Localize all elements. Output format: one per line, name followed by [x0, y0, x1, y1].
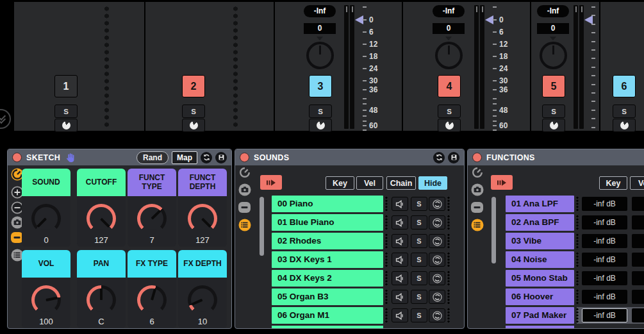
macro-knob[interactable]	[188, 285, 217, 315]
solo-button[interactable]: S	[309, 104, 332, 118]
save-preset-icon[interactable]	[448, 152, 459, 163]
chain-row-name[interactable]: 05 Organ B3	[272, 288, 383, 305]
track-activator-button[interactable]: 2	[182, 75, 205, 97]
chain-mute-button[interactable]	[392, 290, 408, 304]
chain-mute-button[interactable]	[392, 215, 408, 230]
chain-row-name[interactable]: 06 Organ M1	[272, 307, 383, 324]
cue-button[interactable]	[54, 119, 78, 132]
rand-button[interactable]: Rand	[136, 151, 169, 164]
sidebar-variations-camera-icon[interactable]	[238, 183, 251, 196]
chain-row-name[interactable]: 04 DX Keys 2	[272, 270, 383, 287]
chain-pan-box[interactable]	[632, 197, 644, 211]
chain-mute-button[interactable]	[392, 308, 408, 322]
solo-button[interactable]: S	[542, 104, 565, 118]
chain-solo-button[interactable]: S	[411, 308, 427, 322]
chain-row-name[interactable]: 06 Hoover	[506, 288, 574, 305]
track-activator-button[interactable]: 4	[438, 75, 461, 97]
chain-volume-box[interactable]: -inf dB	[582, 253, 627, 267]
chain-row-name[interactable]: 05 Mono Stab	[506, 270, 574, 287]
macro-knob[interactable]	[137, 204, 167, 233]
macro-knob[interactable]	[137, 285, 167, 315]
track-value-box[interactable]: 0	[537, 23, 569, 34]
sidebar-macro-knob-icon[interactable]	[470, 165, 484, 179]
track-volume-readout[interactable]: -Inf	[304, 5, 336, 17]
chain-solo-button[interactable]: S	[411, 253, 427, 267]
cue-button[interactable]	[182, 119, 205, 132]
collapse-chevron-icon[interactable]	[0, 109, 11, 129]
chain-row-name[interactable]: 03 Vibe	[506, 233, 574, 249]
chain-pan-box[interactable]	[632, 290, 644, 304]
chain-hot-swap-button[interactable]	[429, 308, 445, 322]
chain-row-name[interactable]: 01 Ana LPF	[506, 196, 574, 212]
solo-button[interactable]: S	[54, 104, 78, 118]
sidebar-macro-knob-icon[interactable]	[238, 165, 251, 179]
solo-button[interactable]: S	[613, 104, 636, 118]
chain-volume-box[interactable]: -inf dB	[582, 234, 627, 248]
solo-button[interactable]: S	[438, 104, 461, 118]
chain-pan-box[interactable]	[632, 215, 644, 230]
chain-volume-box[interactable]: -inf dB	[582, 215, 627, 230]
chain-solo-button[interactable]: S	[411, 290, 427, 304]
hot-swap-icon[interactable]	[201, 152, 212, 163]
chain-hot-swap-button[interactable]	[429, 215, 445, 230]
solo-button[interactable]: S	[182, 104, 205, 118]
device-activator-button[interactable]	[472, 153, 482, 162]
track-activator-button[interactable]: 3	[309, 75, 332, 97]
chain-volume-box[interactable]: -inf dB	[582, 290, 627, 304]
pan-knob[interactable]	[540, 42, 567, 69]
sidebar-variations-camera-icon[interactable]	[470, 183, 484, 196]
device-activator-button[interactable]	[12, 153, 22, 162]
pan-knob[interactable]	[306, 42, 334, 69]
tab-key[interactable]: Key	[599, 176, 627, 190]
chain-mute-button[interactable]	[392, 197, 408, 211]
chain-pan-box[interactable]	[632, 253, 644, 267]
track-volume-readout[interactable]: -Inf	[433, 5, 465, 17]
track-volume-readout[interactable]: -Inf	[537, 5, 569, 17]
chain-hot-swap-button[interactable]	[429, 234, 445, 248]
track-value-box[interactable]: 0	[304, 23, 336, 34]
chain-row-name[interactable]: 00 Piano	[272, 196, 383, 212]
chain-mute-button[interactable]	[392, 234, 408, 248]
sidebar-chain-list-icon[interactable]	[238, 218, 251, 231]
hot-swap-icon[interactable]	[433, 152, 445, 163]
chain-volume-box[interactable]: -inf dB	[582, 197, 627, 211]
track-activator-button[interactable]: 5	[542, 75, 565, 97]
macro-knob[interactable]	[188, 204, 217, 233]
chain-solo-button[interactable]: S	[411, 197, 427, 211]
save-preset-icon[interactable]	[215, 152, 227, 163]
chain-row-name[interactable]: 01 Blue Piano	[272, 214, 383, 231]
chain-pan-box[interactable]	[632, 308, 644, 322]
sidebar-devices-icon[interactable]	[470, 201, 484, 214]
cue-button[interactable]	[613, 119, 636, 132]
sidebar-devices-icon[interactable]	[238, 201, 251, 214]
chain-mute-button[interactable]	[392, 253, 408, 267]
map-button[interactable]: Map	[172, 151, 197, 164]
chain-solo-button[interactable]: S	[411, 215, 427, 230]
pan-knob[interactable]	[435, 42, 463, 69]
tab-vel[interactable]: Vel	[356, 176, 383, 190]
chain-volume-box[interactable]: -inf dB	[582, 308, 627, 322]
macro-knob[interactable]	[87, 285, 116, 315]
chain-volume-box[interactable]: -inf dB	[582, 271, 627, 285]
chain-scrollbar[interactable]	[491, 197, 496, 263]
chain-row-name[interactable]: 02 Ana BPF	[506, 214, 574, 231]
device-activator-button[interactable]	[240, 153, 249, 162]
chain-row-name[interactable]: 02 Rhodes	[272, 233, 383, 249]
cue-button[interactable]	[309, 119, 332, 132]
track-activator-button[interactable]: 6	[613, 75, 636, 97]
macro-knob[interactable]	[31, 285, 61, 315]
track-activator-button[interactable]: 1	[54, 75, 78, 97]
chain-hot-swap-button[interactable]	[429, 197, 445, 211]
track-value-box[interactable]: 0	[433, 23, 465, 34]
chain-solo-button[interactable]: S	[411, 271, 427, 285]
chain-mute-button[interactable]	[392, 271, 408, 285]
auto-select-button[interactable]	[491, 175, 513, 190]
tab-hide[interactable]: Hide	[418, 176, 447, 190]
chain-row-name[interactable]: 04 Noise	[506, 251, 574, 268]
auto-select-button[interactable]	[260, 175, 282, 190]
chain-hot-swap-button[interactable]	[429, 290, 445, 304]
tab-vel[interactable]: Vel	[630, 176, 644, 190]
macro-knob[interactable]	[87, 204, 116, 233]
chain-scrollbar[interactable]	[260, 197, 264, 256]
macro-knob[interactable]	[31, 204, 61, 233]
